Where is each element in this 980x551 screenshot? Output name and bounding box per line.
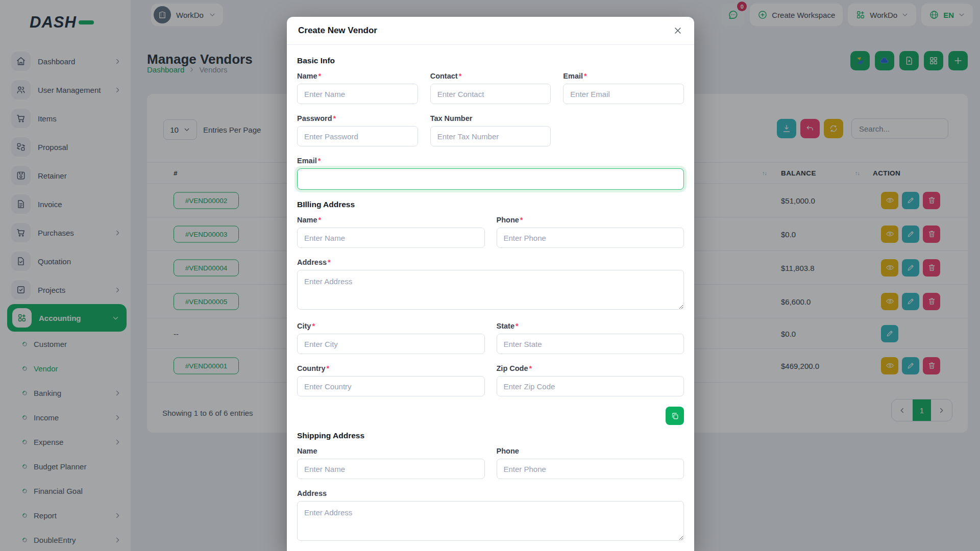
required-mark: * bbox=[459, 72, 462, 80]
required-mark: * bbox=[318, 157, 321, 165]
required-mark: * bbox=[312, 322, 315, 330]
shipping-name-input[interactable] bbox=[297, 459, 485, 479]
copy-billing-to-shipping-button[interactable] bbox=[666, 407, 684, 425]
required-mark: * bbox=[333, 114, 336, 122]
field-shipping-name: Name bbox=[297, 447, 485, 479]
field-shipping-phone: Phone bbox=[497, 447, 684, 479]
shipping-phone-input[interactable] bbox=[497, 459, 684, 479]
field-login-email: Email* bbox=[297, 157, 684, 190]
section-shipping-address: Shipping Address bbox=[297, 431, 684, 440]
field-shipping-address: Address bbox=[297, 489, 684, 543]
create-vendor-modal: Create New Vendor Basic Info Name* Conta… bbox=[287, 17, 694, 551]
field-email: Email* bbox=[563, 72, 684, 104]
billing-address-textarea[interactable] bbox=[297, 270, 684, 310]
section-billing-address: BIlling Address bbox=[297, 200, 684, 209]
field-password: Password* bbox=[297, 114, 418, 146]
city-input[interactable] bbox=[297, 334, 485, 354]
contact-input[interactable] bbox=[430, 84, 551, 104]
field-billing-address: Address* bbox=[297, 258, 684, 312]
close-icon bbox=[673, 26, 683, 36]
required-mark: * bbox=[529, 364, 532, 372]
app-window: DASH Dashboard User Management Items Pro… bbox=[0, 0, 980, 551]
login-email-input[interactable] bbox=[297, 168, 684, 190]
tax-number-input[interactable] bbox=[430, 126, 551, 146]
field-billing-phone: Phone* bbox=[497, 216, 684, 248]
billing-name-input[interactable] bbox=[297, 228, 485, 248]
field-city: City* bbox=[297, 322, 485, 354]
field-tax-number: Tax Number bbox=[430, 114, 551, 146]
field-name: Name* bbox=[297, 72, 418, 104]
field-billing-name: Name* bbox=[297, 216, 485, 248]
modal-title: Create New Vendor bbox=[298, 26, 377, 36]
name-input[interactable] bbox=[297, 84, 418, 104]
required-mark: * bbox=[516, 322, 519, 330]
field-state: State* bbox=[497, 322, 684, 354]
zip-input[interactable] bbox=[497, 376, 684, 396]
required-mark: * bbox=[520, 216, 523, 224]
required-mark: * bbox=[328, 258, 331, 266]
field-contact: Contact* bbox=[430, 72, 551, 104]
field-zip: Zip Code* bbox=[497, 364, 684, 396]
email-input[interactable] bbox=[563, 84, 684, 104]
required-mark: * bbox=[327, 364, 330, 372]
billing-phone-input[interactable] bbox=[497, 228, 684, 248]
password-input[interactable] bbox=[297, 126, 418, 146]
section-basic-info: Basic Info bbox=[297, 56, 684, 65]
country-input[interactable] bbox=[297, 376, 485, 396]
field-country: Country* bbox=[297, 364, 485, 396]
required-mark: * bbox=[318, 216, 322, 224]
modal-body: Basic Info Name* Contact* Email* Passwor… bbox=[287, 45, 694, 543]
required-mark: * bbox=[584, 72, 587, 80]
required-mark: * bbox=[318, 72, 322, 80]
copy-icon bbox=[671, 412, 679, 420]
state-input[interactable] bbox=[497, 334, 684, 354]
shipping-address-textarea[interactable] bbox=[297, 501, 684, 541]
close-button[interactable] bbox=[673, 26, 683, 36]
modal-header: Create New Vendor bbox=[287, 17, 694, 45]
